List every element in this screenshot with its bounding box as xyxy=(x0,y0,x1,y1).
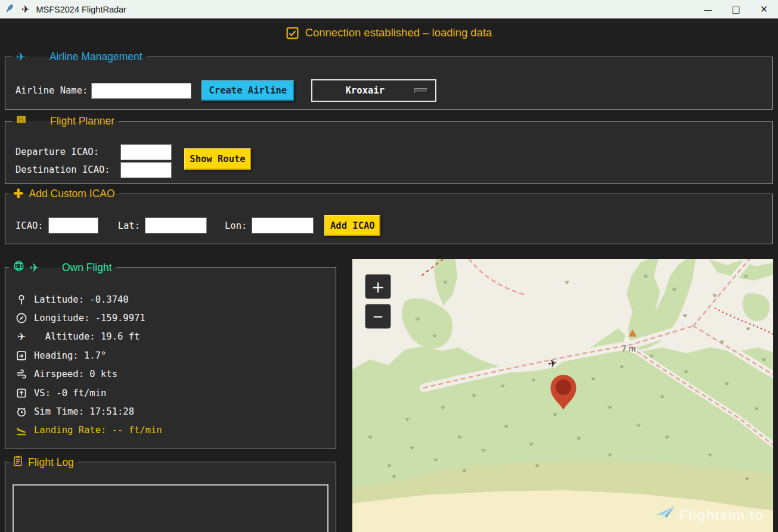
zoom-in-button[interactable]: + xyxy=(365,275,390,298)
own-flight-value-longitude: Longitude: -159.9971 xyxy=(34,313,145,323)
status-text: Connection established – loading data xyxy=(305,26,492,39)
lat-label: Lat: xyxy=(118,220,140,231)
lon-input[interactable] xyxy=(252,217,314,234)
own-flight-value-airspeed: Airspeed: 0 kts xyxy=(34,369,117,379)
own-flight-value-heading: Heading: 1.7° xyxy=(34,350,106,361)
airline-select-value: Kroxair xyxy=(346,85,385,96)
clipboard-icon xyxy=(13,455,23,469)
airline-name-label: Airline Name: xyxy=(16,85,88,96)
own-flight-row-heading: Heading: 1.7° xyxy=(15,346,330,365)
flight-log-title: Flight Log xyxy=(28,456,74,469)
flight-log-box[interactable] xyxy=(13,484,328,532)
own-flight-value-sim-time: Sim Time: 17:51:28 xyxy=(34,406,134,417)
destination-icao-input[interactable] xyxy=(120,162,172,178)
map-icon xyxy=(16,114,26,127)
peak-label: 7 m xyxy=(622,344,636,353)
lat-input[interactable] xyxy=(145,217,207,234)
connection-status: Connection established – loading data xyxy=(0,26,778,39)
map[interactable]: 7 m ✈ + − Flightsim.to xyxy=(352,259,773,532)
icao-input[interactable] xyxy=(48,217,98,234)
own-flight-row-airspeed: Airspeed: 0 kts xyxy=(15,365,330,384)
departure-icao-input[interactable] xyxy=(120,144,172,160)
airline-management-frame: ✈ Airline Management Airline Name: Creat… xyxy=(5,57,773,110)
landing-icon xyxy=(15,424,28,436)
window-titlebar: ✈ MSFS2024 FlightRadar — □ ✕ xyxy=(0,0,778,18)
map-canvas: 7 m ✈ xyxy=(352,259,773,532)
flight-planner-title: Flight Planner xyxy=(50,114,114,127)
clock-icon xyxy=(15,406,28,418)
own-flight-rows: Latitude: -0.3740Longitude: -159.9971✈ A… xyxy=(15,290,330,440)
own-flight-value-latitude: Latitude: -0.3740 xyxy=(34,294,129,305)
zoom-out-button[interactable]: − xyxy=(365,304,390,328)
checkbox-checked-icon xyxy=(286,27,299,39)
create-airline-button[interactable]: Create Airline xyxy=(202,80,294,101)
feather-app-icon xyxy=(5,4,14,15)
own-flight-title: Own Flight xyxy=(62,261,112,274)
window-title: MSFS2024 FlightRadar xyxy=(36,5,126,14)
icao-label: ICAO: xyxy=(16,220,44,231)
add-custom-icao-title: Add Custom ICAO xyxy=(29,187,115,200)
pin-icon xyxy=(15,294,28,306)
airline-select[interactable]: Kroxair xyxy=(311,79,436,102)
watermark-text: Flightsim.to xyxy=(679,507,764,524)
show-route-button[interactable]: Show Route xyxy=(184,148,251,170)
own-flight-value-altitude: Altitude: 19.6 ft xyxy=(34,331,140,342)
compass-icon xyxy=(15,312,28,324)
plus-icon: ✚ xyxy=(13,187,24,200)
own-flight-row-landing-rate: Landing Rate: -- ft/min xyxy=(15,421,330,440)
airplane-icon-green: ✈ xyxy=(30,261,39,274)
own-flight-row-altitude: ✈ Altitude: 19.6 ft xyxy=(15,328,330,346)
airline-management-title: Airline Management xyxy=(49,50,142,63)
airplane-app-icon: ✈ xyxy=(21,4,29,15)
paper-plane-icon xyxy=(655,506,675,525)
heading-icon xyxy=(15,350,28,362)
own-flight-row-vertical-speed: VS: -0 ft/min xyxy=(15,384,330,402)
destination-icao-label: Destination ICAO: xyxy=(16,164,120,175)
maximize-button[interactable]: □ xyxy=(722,0,750,18)
own-flight-row-sim-time: Sim Time: 17:51:28 xyxy=(15,402,330,421)
close-button[interactable]: ✕ xyxy=(750,0,778,18)
dropdown-indicator-icon xyxy=(414,88,427,93)
lon-label: Lon: xyxy=(225,220,247,231)
map-watermark: Flightsim.to xyxy=(655,506,764,525)
minimize-button[interactable]: — xyxy=(694,0,722,18)
globe-icon xyxy=(13,260,24,275)
own-flight-row-longitude: Longitude: -159.9971 xyxy=(15,309,330,327)
flight-log-frame: Flight Log xyxy=(5,462,336,532)
flight-planner-frame: Flight Planner Departure ICAO: Destinati… xyxy=(5,121,773,184)
vs-icon xyxy=(15,387,28,399)
add-icao-button[interactable]: Add ICAO xyxy=(324,215,380,236)
airplane-icon: ✈ xyxy=(16,50,26,63)
plane-icon: ✈ xyxy=(15,331,28,343)
departure-icao-label: Departure ICAO: xyxy=(16,147,120,157)
airline-name-input[interactable] xyxy=(91,83,191,99)
own-flight-frame: ✈ Own Flight Latitude: -0.3740Longitude:… xyxy=(5,267,336,449)
wind-icon xyxy=(15,368,28,380)
add-custom-icao-frame: ✚ Add Custom ICAO ICAO: Lat: Lon: Add IC… xyxy=(5,194,773,244)
own-flight-row-latitude: Latitude: -0.3740 xyxy=(15,290,330,309)
own-flight-value-vertical-speed: VS: -0 ft/min xyxy=(34,388,106,399)
own-flight-value-landing-rate: Landing Rate: -- ft/min xyxy=(34,425,162,435)
